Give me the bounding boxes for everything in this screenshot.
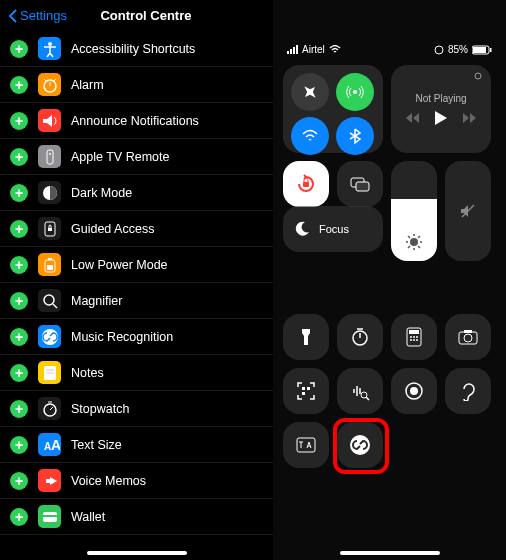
svg-point-50	[410, 336, 412, 338]
add-button[interactable]: +	[10, 364, 28, 382]
accessibility-icon	[38, 37, 61, 60]
controls-list: + Accessibility Shortcuts+ Alarm+ Announ…	[0, 31, 273, 535]
control-row-lowpower: + Low Power Mode	[0, 247, 273, 283]
control-row-wallet: + Wallet	[0, 499, 273, 535]
control-row-announce: + Announce Notifications	[0, 103, 273, 139]
svg-rect-29	[490, 48, 492, 52]
alarm-icon	[38, 73, 61, 96]
cellular-toggle[interactable]	[336, 73, 374, 111]
svg-point-0	[48, 42, 52, 46]
control-label: Alarm	[71, 78, 263, 92]
control-label: Stopwatch	[71, 402, 263, 416]
bluetooth-toggle[interactable]	[336, 117, 374, 155]
home-indicator[interactable]	[340, 551, 440, 555]
control-label: Low Power Mode	[71, 258, 263, 272]
control-row-stopwatch: + Stopwatch	[0, 391, 273, 427]
svg-rect-60	[307, 387, 310, 390]
connectivity-tile[interactable]	[283, 65, 383, 153]
page-title: Control Centre	[27, 8, 265, 23]
volume-slider[interactable]	[445, 161, 491, 261]
svg-rect-12	[47, 265, 53, 270]
camera-tile[interactable]	[445, 314, 491, 360]
qr-scanner-tile[interactable]	[283, 368, 329, 414]
svg-point-55	[416, 339, 418, 341]
add-button[interactable]: +	[10, 40, 28, 58]
play-icon[interactable]	[434, 110, 448, 126]
add-button[interactable]: +	[10, 472, 28, 490]
svg-rect-34	[356, 182, 369, 191]
calculator-tile[interactable]	[391, 314, 437, 360]
next-track-icon[interactable]	[462, 112, 476, 124]
add-button[interactable]: +	[10, 328, 28, 346]
svg-point-13	[44, 295, 54, 305]
control-label: Notes	[71, 366, 263, 380]
navigation-bar: Settings Control Centre	[0, 0, 273, 31]
stopwatch-icon	[38, 397, 61, 420]
add-button[interactable]: +	[10, 220, 28, 238]
control-row-notes: + Notes	[0, 355, 273, 391]
add-button[interactable]: +	[10, 436, 28, 454]
wifi-toggle[interactable]	[291, 117, 329, 155]
voicememo-icon	[38, 469, 61, 492]
control-row-textsize: + AA Text Size	[0, 427, 273, 463]
control-row-magnifier: + Magnifier	[0, 283, 273, 319]
svg-rect-5	[47, 150, 53, 164]
wallet-icon	[38, 505, 61, 528]
add-button[interactable]: +	[10, 184, 28, 202]
add-button[interactable]: +	[10, 148, 28, 166]
sound-recognition-tile[interactable]	[337, 368, 383, 414]
media-tile[interactable]: Not Playing	[391, 65, 491, 153]
magnifier-icon	[38, 289, 61, 312]
home-indicator[interactable]	[87, 551, 187, 555]
svg-point-53	[410, 339, 412, 341]
airplane-toggle[interactable]	[291, 73, 329, 111]
svg-text:A: A	[51, 437, 60, 453]
add-button[interactable]: +	[10, 256, 28, 274]
carrier-label: Airtel	[302, 44, 325, 55]
focus-tile[interactable]: Focus	[283, 206, 383, 252]
add-button[interactable]: +	[10, 112, 28, 130]
svg-point-68	[410, 387, 418, 395]
screen-record-tile[interactable]	[391, 368, 437, 414]
orientation-lock-tile[interactable]	[283, 161, 329, 207]
control-label: Apple TV Remote	[71, 150, 263, 164]
control-label: Text Size	[71, 438, 263, 452]
svg-point-6	[49, 153, 51, 155]
svg-point-51	[413, 336, 415, 338]
control-row-voicememo: + Voice Memos	[0, 463, 273, 499]
svg-line-42	[418, 236, 420, 238]
battery-icon	[472, 45, 492, 55]
lowpower-icon	[38, 253, 61, 276]
screen-mirror-tile[interactable]	[337, 161, 383, 207]
darkmode-icon	[38, 181, 61, 204]
svg-line-14	[53, 304, 57, 308]
moon-icon	[293, 220, 311, 238]
guided-icon	[38, 217, 61, 240]
focus-label: Focus	[319, 223, 349, 235]
control-label: Wallet	[71, 510, 263, 524]
svg-point-30	[353, 90, 357, 94]
brightness-slider[interactable]	[391, 161, 437, 261]
translate-tile[interactable]	[283, 422, 329, 468]
status-bar: Airtel 85%	[273, 0, 506, 65]
control-row-accessibility: + Accessibility Shortcuts	[0, 31, 273, 67]
svg-rect-32	[303, 182, 309, 187]
add-button[interactable]: +	[10, 292, 28, 310]
svg-point-54	[413, 339, 415, 341]
add-button[interactable]: +	[10, 508, 28, 526]
signal-icon	[287, 45, 298, 54]
prev-track-icon[interactable]	[406, 112, 420, 124]
control-label: Announce Notifications	[71, 114, 263, 128]
add-button[interactable]: +	[10, 76, 28, 94]
timer-tile[interactable]	[337, 314, 383, 360]
textsize-icon: AA	[38, 433, 61, 456]
flashlight-tile[interactable]	[283, 314, 329, 360]
hearing-tile[interactable]	[445, 368, 491, 414]
shazam-icon	[38, 325, 61, 348]
media-title: Not Playing	[415, 93, 466, 104]
svg-point-15	[42, 329, 58, 345]
shazam-tile[interactable]	[337, 422, 383, 468]
svg-line-41	[418, 246, 420, 248]
control-row-darkmode: + Dark Mode	[0, 175, 273, 211]
add-button[interactable]: +	[10, 400, 28, 418]
